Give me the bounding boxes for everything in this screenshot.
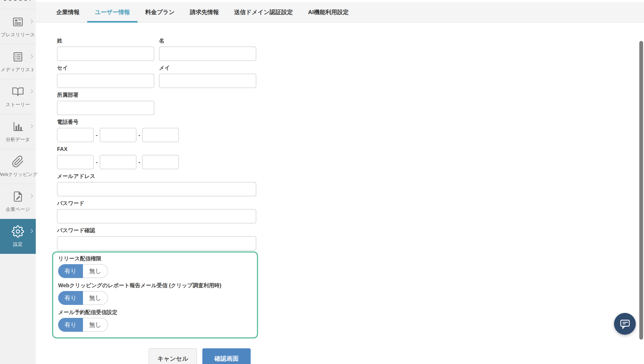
release-permission-group: リリース配信権限 有り 無し xyxy=(58,255,257,278)
chevron-right-icon xyxy=(29,54,35,59)
chevron-right-icon xyxy=(29,193,35,199)
release-permission-label: リリース配信権限 xyxy=(58,255,257,262)
vertical-scrollbar-thumb[interactable] xyxy=(639,41,643,340)
last-name-label: 姓 xyxy=(57,37,154,44)
phone-separator: - xyxy=(138,132,140,139)
tab-ai-feature-settings[interactable]: AI機能利用設定 xyxy=(300,2,356,22)
webclipping-report-mail-toggle: 有り 無し xyxy=(58,291,108,305)
tab-billing-info[interactable]: 請求先情報 xyxy=(182,2,226,22)
chevron-right-icon xyxy=(29,19,35,24)
first-name-kana-input[interactable] xyxy=(159,74,256,88)
tab-sending-domain-auth[interactable]: 送信ドメイン認証設定 xyxy=(226,2,300,22)
email-input[interactable] xyxy=(57,182,256,196)
webclipping-report-mail-label: Webクリッピングのレポート報告メール受信 (クリップ調査利用時) xyxy=(58,282,257,289)
sidebar-item-partial-cutoff xyxy=(0,0,36,10)
webclipping-report-mail-group: Webクリッピングのレポート報告メール受信 (クリップ調査利用時) 有り 無し xyxy=(58,282,257,305)
media-list-icon xyxy=(12,51,24,63)
sidebar-item-label: メディアリスト xyxy=(1,67,35,73)
last-name-kana-label: セイ xyxy=(57,65,154,71)
open-book-icon xyxy=(12,86,24,98)
page-edit-icon xyxy=(12,190,24,203)
settings-page: プレスリリース メディアリスト ストーリー xyxy=(0,0,644,364)
chevron-right-icon xyxy=(29,228,35,234)
phone-input-2[interactable] xyxy=(100,128,136,142)
toggle-option-nashi[interactable]: 無し xyxy=(83,318,108,332)
fax-input-3[interactable] xyxy=(142,155,179,169)
chat-bubble-icon xyxy=(619,318,631,330)
last-name-kana-input[interactable] xyxy=(57,74,154,88)
sidebar-item-story[interactable]: ストーリー xyxy=(0,79,36,114)
confirm-button[interactable]: 確認画面 xyxy=(202,348,251,364)
tab-price-plan[interactable]: 料金プラン xyxy=(138,2,182,22)
phone-input-3[interactable] xyxy=(142,128,179,142)
gear-icon xyxy=(12,225,24,238)
first-name-kana-label: メイ xyxy=(159,65,256,71)
department-label: 所属部署 xyxy=(57,92,644,98)
fax-input-1[interactable] xyxy=(57,155,94,169)
cutoff-text-remnant xyxy=(4,0,30,1)
sidebar-item-label: 分析データ xyxy=(6,136,30,143)
tab-user-info[interactable]: ユーザー情報 xyxy=(87,2,138,22)
chevron-right-icon xyxy=(29,88,35,94)
bar-chart-icon xyxy=(12,120,24,133)
user-info-form-panel: 姓 名 セイ メイ 所属部署 xyxy=(36,23,644,364)
password-confirm-label: パスワード確認 xyxy=(57,227,644,234)
newspaper-icon xyxy=(12,16,24,28)
sidebar-item-label: Webクリッピング xyxy=(0,171,38,177)
chat-widget-button[interactable] xyxy=(614,313,636,335)
sidebar-item-label: 設定 xyxy=(13,241,23,247)
password-label: パスワード xyxy=(57,200,644,207)
sidebar: プレスリリース メディアリスト ストーリー xyxy=(0,0,36,364)
first-name-input[interactable] xyxy=(159,47,256,61)
scheduled-mail-label: メール予約配信受信設定 xyxy=(58,309,257,316)
toggle-option-ari[interactable]: 有り xyxy=(58,318,83,332)
permissions-highlight-box: リリース配信権限 有り 無し Webクリッピングのレポート報告メール受信 (クリ… xyxy=(52,251,258,338)
password-confirm-input[interactable] xyxy=(57,236,256,251)
user-info-form: 姓 名 セイ メイ 所属部署 xyxy=(36,23,644,364)
toggle-option-nashi[interactable]: 無し xyxy=(83,291,108,305)
fax-separator: - xyxy=(138,159,140,166)
chevron-right-icon xyxy=(29,123,35,129)
fax-label: FAX xyxy=(57,146,644,152)
phone-separator: - xyxy=(96,132,98,139)
form-actions: キャンセル 確認画面 xyxy=(57,348,644,364)
fax-separator: - xyxy=(96,159,98,166)
cancel-button[interactable]: キャンセル xyxy=(149,348,197,364)
paperclip-icon xyxy=(12,155,24,168)
sidebar-item-label: 企業ページ xyxy=(6,206,30,213)
sidebar-item-media-list[interactable]: メディアリスト xyxy=(0,44,36,79)
department-input[interactable] xyxy=(57,101,154,115)
email-label: メールアドレス xyxy=(57,173,644,179)
toggle-option-ari[interactable]: 有り xyxy=(58,264,83,278)
scheduled-mail-toggle: 有り 無し xyxy=(58,318,108,332)
tab-company-info[interactable]: 企業情報 xyxy=(49,2,87,22)
scheduled-mail-group: メール予約配信受信設定 有り 無し xyxy=(58,309,257,332)
release-permission-toggle: 有り 無し xyxy=(58,264,108,278)
last-name-input[interactable] xyxy=(57,47,154,61)
sidebar-item-press-release[interactable]: プレスリリース xyxy=(0,10,36,44)
sidebar-item-settings[interactable]: 設定 xyxy=(0,219,36,254)
fax-input-2[interactable] xyxy=(100,155,136,169)
sidebar-item-label: ストーリー xyxy=(6,101,30,108)
first-name-label: 名 xyxy=(159,37,256,44)
sidebar-item-company-page[interactable]: 企業ページ xyxy=(0,184,36,219)
toggle-option-nashi[interactable]: 無し xyxy=(83,264,108,278)
settings-tab-bar: 企業情報 ユーザー情報 料金プラン 請求先情報 送信ドメイン認証設定 AI機能利… xyxy=(36,2,644,23)
phone-input-1[interactable] xyxy=(57,128,94,142)
sidebar-item-web-clipping[interactable]: Webクリッピング xyxy=(0,149,36,184)
toggle-option-ari[interactable]: 有り xyxy=(58,291,83,305)
sidebar-item-label: プレスリリース xyxy=(1,32,35,38)
sidebar-item-analytics[interactable]: 分析データ xyxy=(0,114,36,149)
password-input[interactable] xyxy=(57,209,256,223)
phone-label: 電話番号 xyxy=(57,119,644,125)
